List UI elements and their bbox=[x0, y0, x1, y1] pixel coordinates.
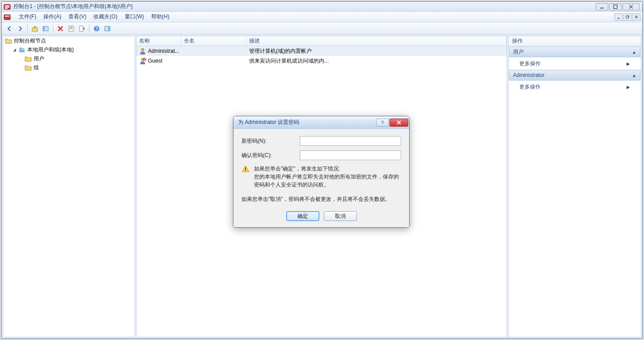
mdi-buttons bbox=[614, 13, 640, 21]
svg-rect-8 bbox=[617, 18, 620, 19]
dialog-titlebar[interactable]: 为 Administrator 设置密码 ? bbox=[233, 116, 409, 129]
svg-rect-17 bbox=[70, 29, 72, 29]
ok-button[interactable]: 确定 bbox=[286, 211, 319, 221]
cancel-info: 如果您单击"取消"，密码将不会被更改，并且将不会丢失数据。 bbox=[242, 195, 401, 203]
show-hide-tree-button[interactable] bbox=[41, 24, 51, 34]
cell-desc: 管理计算机(域)的内置帐户 bbox=[249, 47, 312, 55]
list-row-guest[interactable]: Guest 供来宾访问计算机或访问域的内... bbox=[136, 56, 507, 66]
dialog-body: 新密码(N): 确认密码(C): 如果您单击"确定"，将发生如下情况: 您的本地… bbox=[233, 129, 409, 227]
col-desc[interactable]: 描述 bbox=[246, 36, 507, 46]
svg-rect-30 bbox=[245, 170, 246, 171]
minimize-button[interactable] bbox=[596, 3, 608, 10]
mmc-doc-icon bbox=[4, 13, 11, 21]
mdi-minimize-button[interactable] bbox=[614, 13, 623, 21]
collapse-icon[interactable]: ◢ bbox=[12, 47, 17, 52]
cell-desc: 供来宾访问计算机或访问域的内... bbox=[249, 57, 329, 65]
cell-name: Administrat... bbox=[148, 48, 179, 54]
dialog-help-button[interactable]: ? bbox=[376, 119, 389, 127]
menubar: 文件(F) 操作(A) 查看(V) 收藏夹(O) 窗口(W) 帮助(H) bbox=[2, 12, 642, 22]
mdi-restore-button[interactable] bbox=[623, 13, 631, 21]
close-button[interactable] bbox=[623, 3, 640, 10]
svg-rect-4 bbox=[600, 8, 604, 8]
up-folder-button[interactable] bbox=[30, 24, 40, 34]
chevron-right-icon: ▶ bbox=[627, 85, 630, 89]
menu-favorites[interactable]: 收藏夹(O) bbox=[90, 12, 121, 22]
tree-node-label: 用户 bbox=[34, 55, 44, 63]
actions-section-administrator[interactable]: Administrator ▲ bbox=[509, 70, 640, 81]
maximize-button[interactable] bbox=[609, 3, 622, 10]
actions-section-users[interactable]: 用户 ▲ bbox=[509, 47, 640, 57]
user-disabled-icon bbox=[139, 57, 146, 64]
mdi-close-button[interactable] bbox=[632, 13, 640, 21]
export-button[interactable] bbox=[77, 24, 87, 34]
separator bbox=[27, 24, 28, 33]
svg-text:?: ? bbox=[95, 26, 98, 31]
back-button[interactable] bbox=[4, 24, 14, 34]
svg-rect-13 bbox=[43, 26, 45, 31]
help-button[interactable]: ? bbox=[92, 24, 102, 34]
svg-rect-25 bbox=[19, 50, 25, 52]
collapse-icon: ▲ bbox=[632, 50, 636, 55]
svg-rect-18 bbox=[80, 26, 83, 31]
separator bbox=[53, 24, 53, 33]
user-icon bbox=[139, 47, 146, 55]
actions-more-admin[interactable]: 更多操作 ▶ bbox=[508, 81, 641, 93]
list-row-administrator[interactable]: Administrat... 管理计算机(域)的内置帐户 bbox=[136, 46, 507, 56]
list-header: 名称 全名 描述 bbox=[136, 36, 507, 46]
dialog-close-button[interactable] bbox=[390, 119, 408, 127]
properties-button[interactable] bbox=[66, 24, 76, 34]
tree-groups-node[interactable]: 组 bbox=[3, 63, 135, 72]
window-title: 控制台1 - [控制台根节点\本地用户和组(本地)\用户] bbox=[13, 3, 596, 10]
item-label: 更多操作 bbox=[519, 60, 541, 68]
svg-rect-16 bbox=[70, 28, 72, 28]
folder-icon bbox=[25, 64, 32, 71]
window-buttons bbox=[596, 3, 640, 10]
section-label: 用户 bbox=[513, 48, 524, 56]
menu-file[interactable]: 文件(F) bbox=[15, 12, 40, 22]
confirm-password-label: 确认密码(C): bbox=[242, 152, 300, 159]
svg-rect-1 bbox=[5, 5, 9, 6]
cancel-button[interactable]: 取消 bbox=[324, 211, 357, 221]
svg-rect-15 bbox=[70, 27, 72, 27]
dialog-buttons: 确定 取消 bbox=[242, 211, 401, 221]
tree-node-label: 控制台根节点 bbox=[14, 37, 46, 45]
svg-rect-3 bbox=[5, 8, 8, 9]
new-password-input[interactable] bbox=[300, 136, 401, 146]
collapse-icon: ▲ bbox=[632, 73, 636, 78]
actions-more-users[interactable]: 更多操作 ▶ bbox=[508, 58, 641, 69]
chevron-right-icon: ▶ bbox=[627, 61, 630, 66]
dialog-title: 为 Administrator 设置密码 bbox=[238, 119, 376, 126]
tree-node-label: 本地用户和组(本地) bbox=[27, 46, 74, 54]
confirm-password-input[interactable] bbox=[300, 150, 401, 160]
forward-button[interactable] bbox=[15, 24, 25, 34]
folder-icon bbox=[25, 55, 32, 62]
menu-help[interactable]: 帮助(H) bbox=[148, 12, 173, 22]
menu-view[interactable]: 查看(V) bbox=[65, 12, 90, 22]
cell-name: Guest bbox=[148, 58, 162, 64]
tree-local-users-groups[interactable]: ◢ 本地用户和组(本地) bbox=[3, 45, 135, 54]
actions-header: 操作 bbox=[508, 36, 641, 46]
set-password-dialog: 为 Administrator 设置密码 ? 新密码(N): 确认密码(C): … bbox=[233, 116, 410, 228]
svg-rect-22 bbox=[108, 26, 110, 31]
svg-rect-5 bbox=[614, 5, 617, 8]
new-password-label: 新密码(N): bbox=[242, 137, 300, 145]
svg-rect-2 bbox=[5, 7, 9, 8]
svg-rect-6 bbox=[4, 15, 10, 20]
toolbar: ? bbox=[2, 22, 642, 35]
svg-rect-29 bbox=[245, 167, 246, 170]
menu-action[interactable]: 操作(A) bbox=[40, 12, 65, 22]
tree-users-node[interactable]: 用户 bbox=[3, 54, 135, 63]
col-name[interactable]: 名称 bbox=[136, 36, 181, 46]
action-pane-button[interactable] bbox=[102, 24, 112, 34]
menu-window[interactable]: 窗口(W) bbox=[121, 12, 148, 22]
col-fullname[interactable]: 全名 bbox=[181, 36, 246, 46]
item-label: 更多操作 bbox=[519, 83, 541, 91]
mmc-app-icon bbox=[4, 3, 11, 10]
tree-root-node[interactable]: 控制台根节点 bbox=[3, 36, 135, 45]
warning-heading: 如果您单击"确定"，将发生如下情况: bbox=[254, 165, 401, 173]
tree-panel[interactable]: 控制台根节点 ◢ 本地用户和组(本地) 用户 组 bbox=[3, 36, 135, 337]
tree-node-label: 组 bbox=[34, 64, 39, 72]
svg-point-23 bbox=[19, 47, 22, 50]
delete-button[interactable] bbox=[55, 24, 65, 34]
warning-detail: 您的本地用户帐户将立即失去对他的所有加密的文件，保存的密码和个人安全证书的访问权… bbox=[254, 173, 401, 189]
